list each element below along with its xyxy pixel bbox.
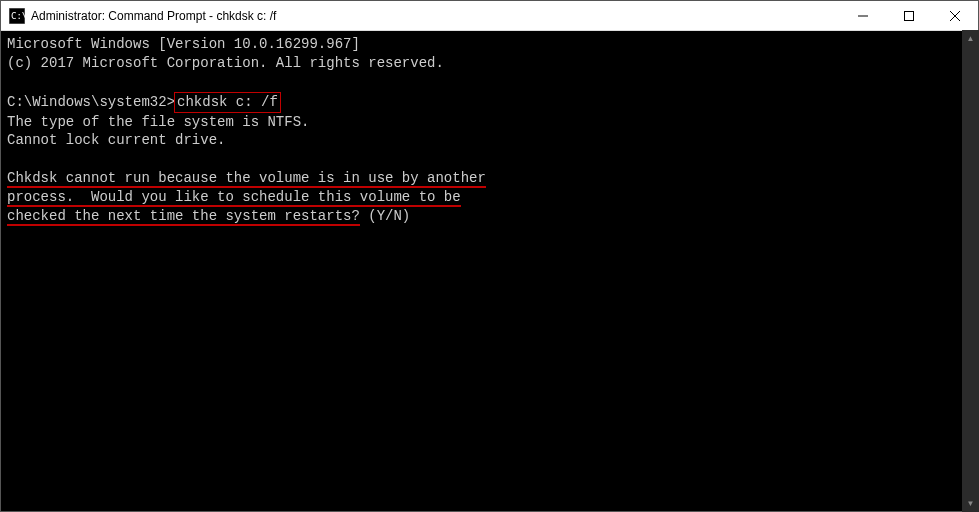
output-line: process. Would you like to schedule this… — [7, 188, 972, 207]
close-button[interactable] — [932, 1, 978, 31]
output-line: Chkdsk cannot run because the volume is … — [7, 169, 972, 188]
yn-prompt: (Y/N) — [360, 208, 410, 224]
prompt-path: C:\Windows\system32> — [7, 94, 175, 110]
scroll-up-arrow[interactable]: ▲ — [962, 30, 979, 47]
svg-rect-3 — [905, 11, 914, 20]
titlebar[interactable]: C:\ Administrator: Command Prompt - chkd… — [1, 1, 978, 31]
command-prompt-window: C:\ Administrator: Command Prompt - chkd… — [0, 0, 979, 512]
scroll-track[interactable] — [962, 47, 979, 495]
output-line: The type of the file system is NTFS. — [7, 113, 972, 132]
output-line: Cannot lock current drive. — [7, 131, 972, 150]
blank-line — [7, 150, 972, 169]
terminal-area[interactable]: Microsoft Windows [Version 10.0.16299.96… — [1, 31, 978, 511]
cmd-icon: C:\ — [9, 8, 25, 24]
command-highlight: chkdsk c: /f — [174, 92, 281, 113]
minimize-button[interactable] — [840, 1, 886, 31]
output-line: (c) 2017 Microsoft Corporation. All righ… — [7, 54, 972, 73]
prompt-line: C:\Windows\system32>chkdsk c: /f — [7, 92, 972, 113]
underlined-text: checked the next time the system restart… — [7, 208, 360, 226]
underlined-text: process. Would you like to schedule this… — [7, 189, 461, 207]
underlined-text: Chkdsk cannot run because the volume is … — [7, 170, 486, 188]
output-line: checked the next time the system restart… — [7, 207, 972, 226]
window-title: Administrator: Command Prompt - chkdsk c… — [31, 9, 840, 23]
window-controls — [840, 1, 978, 31]
vertical-scrollbar[interactable]: ▲ ▼ — [962, 30, 979, 512]
scroll-down-arrow[interactable]: ▼ — [962, 495, 979, 512]
svg-text:C:\: C:\ — [11, 11, 25, 21]
blank-line — [7, 73, 972, 92]
output-line: Microsoft Windows [Version 10.0.16299.96… — [7, 35, 972, 54]
maximize-button[interactable] — [886, 1, 932, 31]
